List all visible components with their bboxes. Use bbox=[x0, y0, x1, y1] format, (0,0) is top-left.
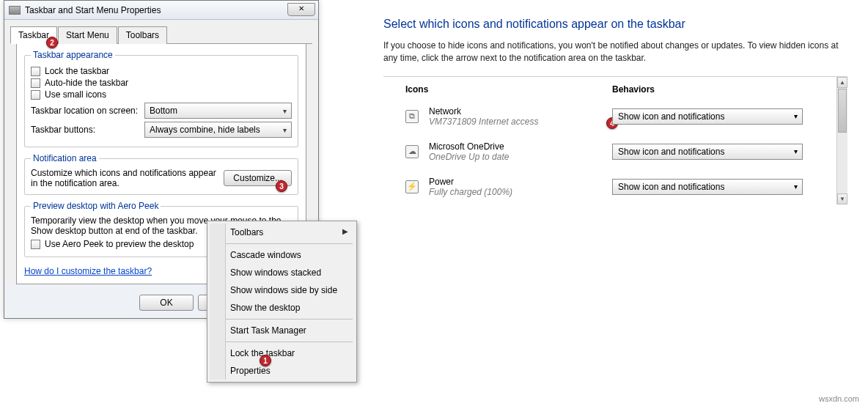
row-subtitle: Fully charged (100%) bbox=[429, 187, 612, 197]
buttons-combo[interactable]: Always combine, hide labels bbox=[144, 122, 292, 138]
callout-badge-2: 2 bbox=[46, 37, 58, 48]
lock-taskbar-checkbox[interactable] bbox=[31, 67, 40, 76]
aero-peek-checkbox[interactable] bbox=[31, 240, 40, 249]
appearance-legend: Taskbar appearance bbox=[31, 50, 115, 60]
scroll-up-button[interactable]: ▲ bbox=[837, 77, 847, 88]
scrollbar[interactable]: ▲ ▼ bbox=[836, 77, 847, 204]
lock-taskbar-label: Lock the taskbar bbox=[45, 66, 109, 76]
menu-separator bbox=[211, 243, 353, 244]
tab-toolbars[interactable]: Toolbars bbox=[118, 26, 167, 44]
notification-desc: Customize which icons and notifications … bbox=[31, 168, 218, 188]
onedrive-icon: ☁ bbox=[405, 145, 419, 158]
location-label: Taskbar location on screen: bbox=[31, 106, 144, 116]
table-row: ⚡ Power Fully charged (100%) Show icon a… bbox=[383, 169, 847, 204]
aero-legend: Preview desktop with Aero Peek bbox=[31, 201, 161, 211]
scroll-down-button[interactable]: ▼ bbox=[837, 193, 847, 204]
notification-legend: Notification area bbox=[31, 153, 99, 163]
menu-taskmgr[interactable]: Start Task Manager bbox=[210, 322, 354, 339]
autohide-label: Auto-hide the taskbar bbox=[45, 78, 128, 88]
row-title: Power bbox=[429, 177, 612, 187]
menu-separator bbox=[211, 319, 353, 320]
row-title: Network bbox=[429, 106, 612, 117]
submenu-arrow-icon: ▶ bbox=[342, 227, 348, 235]
power-icon: ⚡ bbox=[405, 180, 419, 193]
notification-group: Notification area Customize which icons … bbox=[24, 153, 298, 195]
menu-cascade[interactable]: Cascade windows bbox=[210, 246, 354, 264]
menu-properties[interactable]: Properties bbox=[210, 362, 354, 380]
behavior-combo-onedrive[interactable]: Show icon and notifications bbox=[612, 144, 803, 160]
callout-badge-3: 3 bbox=[276, 180, 287, 192]
page-title: Select which icons and notifications app… bbox=[383, 18, 860, 31]
titlebar[interactable]: Taskbar and Start Menu Properties ✕ bbox=[4, 1, 318, 20]
appearance-group: Taskbar appearance Lock the taskbar Auto… bbox=[24, 50, 298, 147]
behavior-combo-power[interactable]: Show icon and notifications bbox=[612, 179, 803, 195]
behavior-combo-network[interactable]: Show icon and notifications bbox=[612, 108, 803, 125]
row-subtitle: VM7371809 Internet access bbox=[429, 117, 612, 127]
close-button[interactable]: ✕ bbox=[287, 3, 315, 16]
menu-showdesktop[interactable]: Show the desktop bbox=[210, 299, 354, 317]
notification-icons-page: Select which icons and notifications app… bbox=[383, 18, 860, 204]
menu-stacked[interactable]: Show windows stacked bbox=[210, 264, 354, 281]
menu-lock[interactable]: Lock the taskbar bbox=[210, 344, 354, 362]
menu-separator bbox=[211, 342, 353, 342]
table-row: ⧉ Network VM7371809 Internet access Show… bbox=[383, 99, 847, 134]
menu-sidebyside[interactable]: Show windows side by side bbox=[210, 281, 354, 299]
menu-toolbars[interactable]: Toolbars▶ bbox=[210, 224, 354, 241]
smallicons-label: Use small icons bbox=[45, 89, 106, 100]
network-icon: ⧉ bbox=[405, 110, 419, 123]
tab-startmenu[interactable]: Start Menu bbox=[58, 26, 117, 44]
row-title: Microsoft OneDrive bbox=[429, 141, 612, 152]
aero-peek-label: Use Aero Peek to preview the desktop bbox=[45, 239, 194, 249]
window-icon bbox=[9, 6, 21, 15]
help-link[interactable]: How do I customize the taskbar? bbox=[24, 266, 152, 276]
callout-badge-1: 1 bbox=[260, 355, 271, 366]
watermark: wsxdn.com bbox=[819, 394, 859, 403]
column-header-behaviors: Behaviors bbox=[612, 84, 847, 95]
scroll-thumb[interactable] bbox=[838, 89, 847, 133]
column-header-icons: Icons bbox=[405, 84, 612, 95]
autohide-checkbox[interactable] bbox=[31, 78, 40, 88]
smallicons-checkbox[interactable] bbox=[31, 90, 40, 100]
ok-button[interactable]: OK bbox=[139, 295, 194, 311]
page-instruction: If you choose to hide icons and notifica… bbox=[383, 40, 853, 64]
row-subtitle: OneDrive Up to date bbox=[429, 152, 612, 162]
location-combo[interactable]: Bottom bbox=[144, 103, 292, 119]
taskbar-context-menu: Toolbars▶ Cascade windows Show windows s… bbox=[207, 221, 357, 383]
table-row: ☁ Microsoft OneDrive OneDrive Up to date… bbox=[383, 134, 847, 169]
window-title: Taskbar and Start Menu Properties bbox=[25, 5, 161, 15]
icons-table: Icons Behaviors ⧉ Network VM7371809 Inte… bbox=[383, 76, 847, 204]
buttons-label: Taskbar buttons: bbox=[31, 125, 144, 135]
